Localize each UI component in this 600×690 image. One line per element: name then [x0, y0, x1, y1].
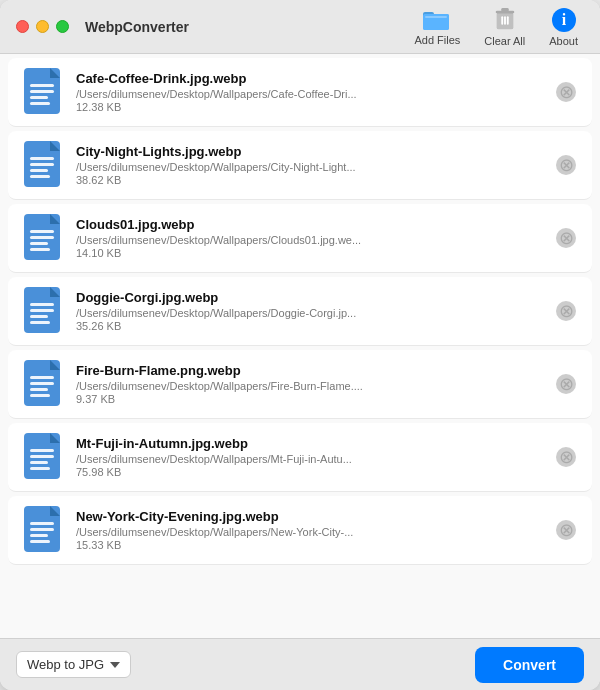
svg-rect-17	[30, 102, 50, 105]
file-path: /Users/dilumsenev/Desktop/Wallpapers/New…	[76, 526, 548, 538]
file-list: Cafe-Coffee-Drink.jpg.webp /Users/dilums…	[0, 54, 600, 638]
app-title: WebpConverter	[85, 19, 189, 35]
close-button[interactable]	[16, 20, 29, 33]
folder-icon	[423, 8, 451, 32]
file-item: Cafe-Coffee-Drink.jpg.webp /Users/dilums…	[8, 58, 592, 127]
file-size: 14.10 KB	[76, 247, 548, 259]
svg-rect-52	[30, 534, 48, 537]
svg-rect-38	[30, 376, 54, 379]
file-item: New-York-City-Evening.jpg.webp /Users/di…	[8, 496, 592, 565]
bottom-bar: Webp to JPG Convert	[0, 638, 600, 690]
about-button[interactable]: i About	[543, 3, 584, 51]
file-name: Fire-Burn-Flame.png.webp	[76, 363, 548, 378]
file-size: 12.38 KB	[76, 101, 548, 113]
file-info: Doggie-Corgi.jpg.webp /Users/dilumsenev/…	[76, 290, 548, 332]
svg-rect-15	[30, 90, 54, 93]
minimize-button[interactable]	[36, 20, 49, 33]
file-size: 38.62 KB	[76, 174, 548, 186]
file-doc-icon	[24, 360, 64, 408]
chevron-down-icon	[110, 662, 120, 668]
remove-file-button[interactable]	[556, 82, 576, 102]
file-path: /Users/dilumsenev/Desktop/Wallpapers/Caf…	[76, 88, 548, 100]
svg-text:i: i	[561, 11, 566, 28]
svg-rect-6	[501, 7, 508, 11]
svg-rect-51	[30, 528, 54, 531]
file-info: Fire-Burn-Flame.png.webp /Users/dilumsen…	[76, 363, 548, 405]
svg-rect-33	[30, 309, 54, 312]
svg-rect-46	[30, 461, 48, 464]
svg-rect-14	[30, 84, 54, 87]
file-name: City-Night-Lights.jpg.webp	[76, 144, 548, 159]
format-select[interactable]: Webp to JPG	[16, 651, 131, 678]
file-size: 9.37 KB	[76, 393, 548, 405]
file-size: 35.26 KB	[76, 320, 548, 332]
svg-rect-16	[30, 96, 48, 99]
remove-file-button[interactable]	[556, 520, 576, 540]
file-item: Doggie-Corgi.jpg.webp /Users/dilumsenev/…	[8, 277, 592, 346]
remove-file-button[interactable]	[556, 374, 576, 394]
svg-rect-23	[30, 175, 50, 178]
remove-file-button[interactable]	[556, 228, 576, 248]
format-select-label: Webp to JPG	[27, 657, 104, 672]
svg-rect-34	[30, 315, 48, 318]
file-doc-icon	[24, 433, 64, 481]
toolbar: Add Files Clear All	[408, 3, 584, 51]
maximize-button[interactable]	[56, 20, 69, 33]
file-item: Mt-Fuji-in-Autumn.jpg.webp /Users/dilums…	[8, 423, 592, 492]
file-name: New-York-City-Evening.jpg.webp	[76, 509, 548, 524]
file-info: Mt-Fuji-in-Autumn.jpg.webp /Users/dilums…	[76, 436, 548, 478]
svg-rect-26	[30, 230, 54, 233]
svg-rect-7	[501, 16, 503, 24]
app-window: WebpConverter Add Files	[0, 0, 600, 690]
convert-button[interactable]: Convert	[475, 647, 584, 683]
svg-rect-44	[30, 449, 54, 452]
file-info: New-York-City-Evening.jpg.webp /Users/di…	[76, 509, 548, 551]
svg-rect-39	[30, 382, 54, 385]
file-info: Cafe-Coffee-Drink.jpg.webp /Users/dilums…	[76, 71, 548, 113]
trash-icon	[493, 7, 517, 33]
clear-all-button[interactable]: Clear All	[478, 3, 531, 51]
file-item: Clouds01.jpg.webp /Users/dilumsenev/Desk…	[8, 204, 592, 273]
svg-rect-47	[30, 467, 50, 470]
file-item: City-Night-Lights.jpg.webp /Users/dilums…	[8, 131, 592, 200]
remove-file-button[interactable]	[556, 155, 576, 175]
remove-file-button[interactable]	[556, 447, 576, 467]
svg-rect-29	[30, 248, 50, 251]
svg-rect-9	[507, 16, 509, 24]
file-doc-icon	[24, 214, 64, 262]
file-doc-icon	[24, 506, 64, 554]
file-doc-icon	[24, 68, 64, 116]
svg-rect-45	[30, 455, 54, 458]
svg-rect-40	[30, 388, 48, 391]
add-files-label: Add Files	[414, 34, 460, 46]
traffic-lights	[16, 20, 69, 33]
remove-file-button[interactable]	[556, 301, 576, 321]
svg-rect-28	[30, 242, 48, 245]
info-icon: i	[551, 7, 577, 33]
svg-rect-53	[30, 540, 50, 543]
file-size: 15.33 KB	[76, 539, 548, 551]
file-name: Doggie-Corgi.jpg.webp	[76, 290, 548, 305]
svg-rect-3	[425, 16, 447, 18]
file-path: /Users/dilumsenev/Desktop/Wallpapers/Cit…	[76, 161, 548, 173]
file-path: /Users/dilumsenev/Desktop/Wallpapers/Fir…	[76, 380, 548, 392]
svg-rect-8	[504, 16, 506, 24]
svg-rect-20	[30, 157, 54, 160]
titlebar: WebpConverter Add Files	[0, 0, 600, 54]
file-item: Fire-Burn-Flame.png.webp /Users/dilumsen…	[8, 350, 592, 419]
svg-rect-50	[30, 522, 54, 525]
file-doc-icon	[24, 287, 64, 335]
svg-rect-35	[30, 321, 50, 324]
file-path: /Users/dilumsenev/Desktop/Wallpapers/Mt-…	[76, 453, 548, 465]
file-size: 75.98 KB	[76, 466, 548, 478]
svg-rect-21	[30, 163, 54, 166]
about-label: About	[549, 35, 578, 47]
file-path: /Users/dilumsenev/Desktop/Wallpapers/Clo…	[76, 234, 548, 246]
svg-rect-32	[30, 303, 54, 306]
add-files-button[interactable]: Add Files	[408, 4, 466, 50]
clear-all-label: Clear All	[484, 35, 525, 47]
svg-rect-27	[30, 236, 54, 239]
svg-rect-41	[30, 394, 50, 397]
file-doc-icon	[24, 141, 64, 189]
file-name: Cafe-Coffee-Drink.jpg.webp	[76, 71, 548, 86]
